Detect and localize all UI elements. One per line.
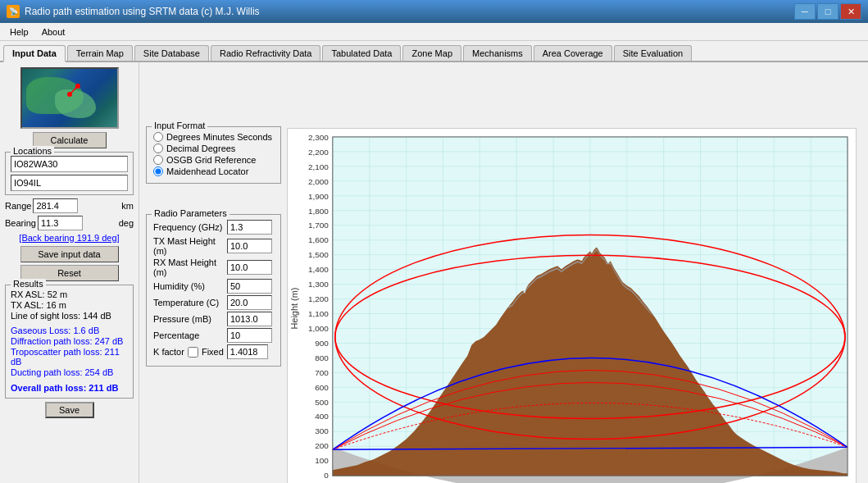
tab-site-evaluation[interactable]: Site Evaluation	[614, 45, 692, 61]
close-button[interactable]: ✕	[840, 3, 861, 20]
range-input[interactable]	[33, 198, 78, 213]
svg-text:1,200: 1,200	[308, 294, 329, 303]
svg-text:200: 200	[315, 441, 329, 450]
back-bearing-link[interactable]: [Back bearing 191.9 deg]	[5, 233, 134, 243]
radio-dms-input[interactable]	[153, 132, 163, 142]
minimize-button[interactable]: ─	[794, 3, 816, 20]
rx-mast-label: RX Mast Height (m)	[153, 257, 224, 277]
menu-help[interactable]: Help	[3, 25, 35, 39]
pressure-label: Pressure (mB)	[153, 314, 224, 324]
pressure-input[interactable]	[227, 312, 272, 326]
radio-maidenhead-input[interactable]	[153, 166, 163, 176]
svg-text:1,400: 1,400	[308, 265, 329, 274]
humidity-input[interactable]	[227, 279, 272, 294]
tab-input-data[interactable]: Input Data	[3, 45, 66, 62]
left-panel: Calculate Locations Range km Bearing deg…	[0, 62, 139, 483]
percentage-label: Percentage	[153, 330, 224, 340]
tab-radio-refractivity[interactable]: Radio Refractivity Data	[211, 45, 321, 61]
svg-text:300: 300	[315, 426, 329, 435]
tab-tabulated-data[interactable]: Tabulated Data	[322, 45, 401, 61]
svg-text:2,000: 2,000	[308, 177, 329, 186]
radio-osgb-input[interactable]	[153, 155, 163, 165]
range-label: Range	[5, 201, 31, 211]
range-unit: km	[121, 201, 134, 211]
svg-text:700: 700	[315, 368, 329, 377]
tab-zone-map[interactable]: Zone Map	[402, 45, 461, 61]
tab-mechanisms[interactable]: Mechanisms	[463, 45, 532, 61]
svg-text:600: 600	[315, 383, 329, 392]
locations-group: Locations	[5, 152, 134, 195]
svg-text:1,800: 1,800	[308, 207, 329, 216]
svg-text:1,600: 1,600	[308, 235, 329, 244]
diffraction-loss: Diffraction path loss: 247 dB	[11, 336, 128, 346]
chart-area: 0 100 200 300 400 500 600 700 800 900 1,…	[287, 128, 857, 483]
svg-text:100: 100	[315, 456, 329, 465]
kfactor-fixed-checkbox[interactable]	[188, 347, 198, 358]
location1-input[interactable]	[11, 156, 128, 172]
svg-text:800: 800	[315, 353, 329, 362]
chart-svg: 0 100 200 300 400 500 600 700 800 900 1,…	[288, 129, 856, 483]
freq-label: Frequency (GHz)	[153, 222, 224, 232]
tx-mast-label: TX Mast Height (m)	[153, 236, 224, 256]
svg-text:2,200: 2,200	[308, 148, 329, 157]
gaseous-loss: Gaseous Loss: 1.6 dB	[11, 326, 128, 335]
input-format-box: Input Format Degrees Minutes Seconds Dec…	[146, 126, 281, 184]
svg-text:400: 400	[315, 412, 329, 421]
svg-text:1,900: 1,900	[308, 192, 329, 201]
svg-text:1,500: 1,500	[308, 250, 329, 259]
temp-label: Temperature (C)	[153, 298, 224, 308]
troposcatter-loss: Troposcatter path loss: 211 dB	[11, 347, 128, 367]
kfactor-label: K factor	[153, 347, 184, 357]
menu-about[interactable]: About	[35, 25, 72, 39]
window-title: Radio path estimation using SRTM data (c…	[25, 6, 260, 17]
svg-text:2,100: 2,100	[308, 162, 329, 171]
radio-dms[interactable]: Degrees Minutes Seconds	[153, 132, 272, 142]
tx-asl: TX ASL: 16 m	[11, 300, 128, 310]
radio-maidenhead[interactable]: Maidenhead Locator	[153, 166, 272, 176]
maximize-button[interactable]: □	[817, 3, 838, 20]
svg-text:500: 500	[315, 398, 329, 407]
ducting-loss: Ducting path loss: 254 dB	[11, 367, 128, 377]
kfactor-fixed-label: Fixed	[202, 347, 224, 357]
window-controls: ─ □ ✕	[794, 3, 861, 20]
bearing-unit: deg	[119, 218, 134, 228]
svg-text:2,300: 2,300	[308, 133, 329, 142]
map-preview	[20, 67, 119, 129]
kfactor-input[interactable]	[227, 344, 268, 359]
los-loss: Line of sight loss: 144 dB	[11, 311, 128, 321]
svg-text:0: 0	[324, 471, 329, 480]
tab-area-coverage[interactable]: Area Coverage	[534, 45, 612, 61]
locations-label: Locations	[11, 146, 54, 156]
save-input-button[interactable]: Save input data	[20, 246, 119, 262]
bearing-label: Bearing	[5, 218, 36, 228]
radio-dd-input[interactable]	[153, 144, 163, 153]
location2-input[interactable]	[11, 175, 128, 191]
save-button[interactable]: Save	[45, 402, 94, 418]
results-label: Results	[11, 279, 46, 289]
humidity-label: Humidity (%)	[153, 281, 224, 291]
radio-osgb[interactable]: OSGB Grid Reference	[153, 155, 272, 165]
svg-text:900: 900	[315, 339, 329, 348]
temp-input[interactable]	[227, 295, 272, 310]
title-bar: 📡 Radio path estimation using SRTM data …	[0, 0, 868, 23]
percentage-input[interactable]	[227, 328, 272, 343]
app-icon: 📡	[7, 5, 20, 18]
results-group: Results RX ASL: 52 m TX ASL: 16 m Line o…	[5, 285, 134, 399]
y-axis-label: Height (m)	[289, 288, 299, 330]
freq-input[interactable]	[227, 220, 272, 235]
radio-params-label: Radio Parameters	[152, 208, 229, 218]
chart-container: 0 100 200 300 400 500 600 700 800 900 1,…	[287, 128, 857, 483]
radio-params-box: Radio Parameters Frequency (GHz) TX Mast…	[146, 214, 281, 367]
tx-mast-input[interactable]	[227, 239, 272, 253]
radio-dd[interactable]: Decimal Degrees	[153, 144, 272, 153]
range-bearing-section: Range km Bearing deg [Back bearing 191.9…	[5, 198, 134, 243]
svg-text:1,100: 1,100	[308, 309, 329, 318]
tab-site-database[interactable]: Site Database	[134, 45, 209, 61]
bearing-input[interactable]	[38, 216, 83, 230]
svg-text:1,300: 1,300	[308, 280, 329, 289]
rx-mast-input[interactable]	[227, 260, 272, 275]
svg-text:1,700: 1,700	[308, 221, 329, 230]
svg-line-0	[70, 86, 78, 94]
overall-loss: Overall path loss: 211 dB	[11, 383, 128, 393]
tab-terrain-map[interactable]: Terrain Map	[67, 45, 133, 61]
